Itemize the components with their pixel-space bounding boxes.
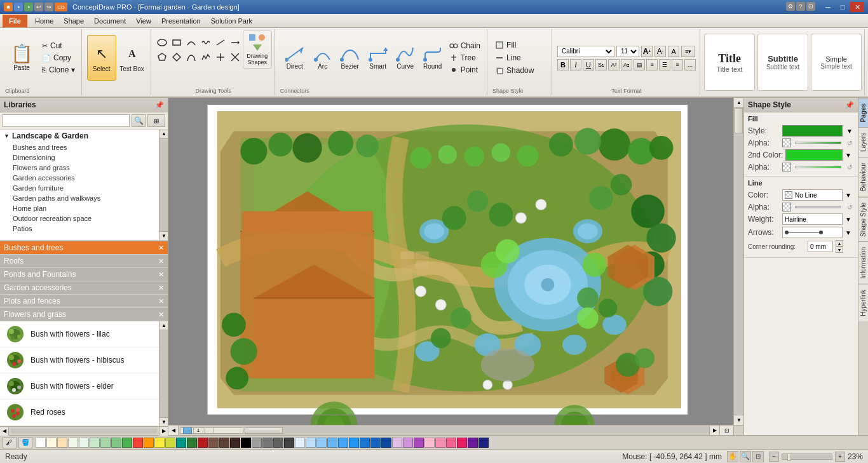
- drawing-btn-8[interactable]: [170, 50, 184, 64]
- swatch-darkblue[interactable]: [381, 438, 391, 448]
- lib-item-2[interactable]: Bush with flowers - elder: [0, 373, 159, 399]
- text-box-button[interactable]: A Text Box: [118, 35, 147, 81]
- drawing-btn-12[interactable]: [228, 50, 242, 64]
- color-picker-button[interactable]: 🖋: [3, 437, 17, 448]
- swatch-gray1[interactable]: [252, 438, 262, 448]
- panel-item-4[interactable]: Plots and fences ✕: [0, 295, 168, 308]
- swatch-orange[interactable]: [144, 438, 154, 448]
- tree-item-7[interactable]: Outdoor recreation space: [0, 213, 159, 224]
- tree-button[interactable]: Tree: [447, 52, 483, 64]
- lib-scroll-left[interactable]: ◀: [0, 427, 9, 436]
- swatch-pink4[interactable]: [457, 438, 467, 448]
- paste-button[interactable]: 📋 Paste: [5, 41, 38, 84]
- fill-style-dropdown[interactable]: ▼: [845, 128, 854, 135]
- drawing-btn-11[interactable]: [214, 50, 227, 64]
- document-menu[interactable]: Document: [89, 15, 131, 27]
- bezier-connector-button[interactable]: Bezier: [336, 39, 364, 77]
- swatch-brown2[interactable]: [219, 438, 229, 448]
- hyperlink-tab[interactable]: Hyperlink: [858, 284, 868, 321]
- h-scroll-left[interactable]: ◀: [168, 426, 179, 436]
- simple-text-card[interactable]: Simple Simple text: [811, 34, 862, 91]
- panel-close-2[interactable]: ✕: [158, 271, 164, 279]
- view-toggle-button[interactable]: ⊞: [147, 114, 165, 127]
- swatch-lime[interactable]: [165, 438, 175, 448]
- icons-scroll-up[interactable]: ▲: [159, 321, 168, 330]
- swatch-darkbrown[interactable]: [230, 438, 240, 448]
- lib-item-1[interactable]: Bush with flowers - hibiscus: [0, 347, 159, 373]
- round-connector-button[interactable]: Round: [420, 39, 445, 77]
- line-toggle[interactable]: Line: [492, 52, 536, 64]
- font-name-select[interactable]: Calibri: [557, 46, 614, 57]
- clone-button[interactable]: ⎘ Clone ▾: [39, 64, 78, 76]
- align-center-button[interactable]: ☰: [659, 59, 670, 70]
- swatch-gray2[interactable]: [262, 438, 273, 448]
- v-scroll-down[interactable]: ▼: [734, 415, 743, 425]
- fill-color-swatch[interactable]: [782, 125, 843, 137]
- panel-item-1[interactable]: Roofs ✕: [0, 255, 168, 268]
- swatch-red1[interactable]: [133, 438, 143, 448]
- italic-button[interactable]: I: [570, 59, 581, 70]
- swatch-darkpurple[interactable]: [468, 438, 478, 448]
- line-alpha-slider[interactable]: [795, 206, 841, 208]
- drawing-btn-2[interactable]: [170, 36, 184, 50]
- chain-button[interactable]: Chain: [447, 40, 483, 51]
- font-shrink-button[interactable]: A-: [654, 46, 666, 57]
- v-scroll-thumb[interactable]: [735, 108, 743, 133]
- canvas-fit-button[interactable]: ⊡: [719, 426, 733, 436]
- home-menu[interactable]: Home: [30, 15, 58, 27]
- tree-item-4[interactable]: Garden furniture: [0, 183, 159, 193]
- shadow-toggle[interactable]: Shadow: [492, 65, 536, 76]
- arc-connector-button[interactable]: Arc: [311, 39, 335, 77]
- tree-item-3[interactable]: Garden accessories: [0, 173, 159, 183]
- lib-scroll-right[interactable]: ▶: [159, 427, 168, 436]
- v-scroll-up[interactable]: ▲: [734, 98, 743, 108]
- align-right-button[interactable]: ≡: [672, 59, 683, 70]
- fill-alpha-slider[interactable]: [795, 142, 841, 144]
- drawing-btn-6[interactable]: [228, 36, 242, 50]
- search-input[interactable]: [3, 114, 130, 127]
- swatch-darkgreen[interactable]: [187, 438, 197, 448]
- corner-decrement[interactable]: ▼: [836, 246, 843, 253]
- bold-button[interactable]: B: [557, 59, 569, 70]
- swatch-blue3[interactable]: [316, 438, 327, 448]
- arrows-dropdown[interactable]: ▼: [845, 229, 854, 236]
- title-text-card[interactable]: Title Title text: [704, 34, 755, 91]
- panel-item-0[interactable]: Bushes and trees ✕: [0, 241, 168, 255]
- swatch-black[interactable]: [241, 438, 251, 448]
- font-color-button[interactable]: A: [668, 46, 679, 57]
- smart-connector-button[interactable]: Smart: [365, 39, 391, 77]
- swatch-blue1[interactable]: [295, 438, 305, 448]
- second-alpha-reset[interactable]: ↺: [845, 163, 854, 171]
- view-menu[interactable]: View: [131, 15, 156, 27]
- corner-increment[interactable]: ▲: [836, 240, 843, 246]
- second-color-swatch[interactable]: [785, 149, 843, 161]
- swatch-blue4[interactable]: [327, 438, 337, 448]
- swatch-brown1[interactable]: [208, 438, 219, 448]
- panel-close-1[interactable]: ✕: [158, 257, 164, 265]
- swatch-pink3[interactable]: [446, 438, 456, 448]
- behaviour-tab[interactable]: Behaviour: [858, 157, 868, 196]
- line-alpha-reset[interactable]: ↺: [845, 203, 854, 211]
- swatch-lightgreen1[interactable]: [68, 438, 78, 448]
- swatch-green[interactable]: [122, 438, 132, 448]
- swatch-darkred[interactable]: [198, 438, 208, 448]
- layers-tab[interactable]: Layers: [858, 127, 868, 157]
- superscript-button[interactable]: A²: [608, 59, 620, 70]
- curve-connector-button[interactable]: Curve: [392, 39, 419, 77]
- font-grow-button[interactable]: A+: [641, 46, 653, 57]
- settings-icon[interactable]: ⚙: [786, 2, 795, 11]
- align-block-button[interactable]: ▤: [634, 59, 645, 70]
- font-size-select[interactable]: 11: [616, 46, 639, 57]
- select-button[interactable]: ↖ Select: [87, 35, 116, 81]
- page-nav-left[interactable]: [183, 427, 192, 434]
- solution-park-menu[interactable]: Solution Park: [206, 15, 257, 27]
- swatch-pink1[interactable]: [424, 438, 435, 448]
- drawing-btn-10[interactable]: [199, 50, 213, 64]
- swatch-lightgreen4[interactable]: [100, 438, 111, 448]
- swatch-yellow[interactable]: [154, 438, 165, 448]
- drawing-btn-9[interactable]: [184, 50, 198, 64]
- copy-button[interactable]: 📄 Copy: [39, 52, 78, 64]
- swatch-purple2[interactable]: [403, 438, 413, 448]
- information-tab[interactable]: Information: [858, 241, 868, 284]
- subscript-button[interactable]: A₂: [621, 59, 632, 70]
